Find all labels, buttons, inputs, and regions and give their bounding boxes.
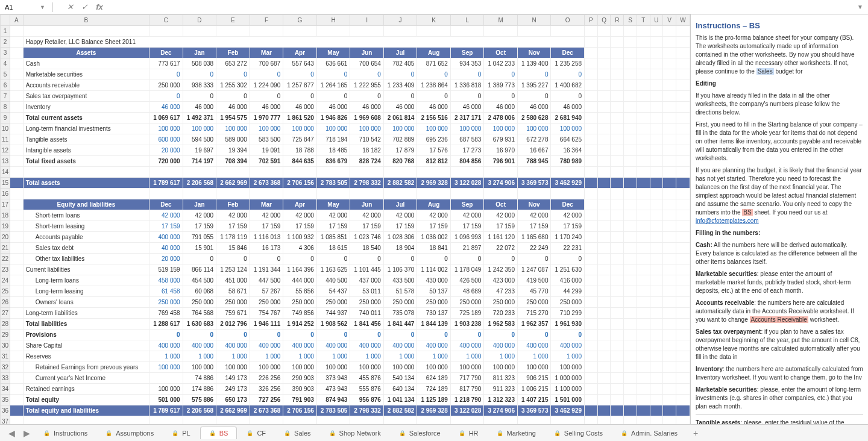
cell[interactable]: 754 767 bbox=[250, 308, 283, 319]
cell[interactable] bbox=[637, 395, 650, 405]
cell[interactable]: 1 946 111 bbox=[250, 319, 283, 330]
cell-ref-dropdown-icon[interactable]: ▼ bbox=[40, 4, 45, 10]
cell[interactable]: 100 000 bbox=[283, 362, 317, 373]
cell[interactable] bbox=[585, 113, 598, 124]
cell[interactable]: 250 000 bbox=[250, 297, 283, 308]
row-header[interactable]: 10 bbox=[1, 124, 10, 134]
cell[interactable]: 583 500 bbox=[250, 134, 283, 145]
cell[interactable] bbox=[663, 26, 676, 37]
row-header[interactable]: 31 bbox=[1, 351, 10, 362]
cell[interactable]: 0 bbox=[183, 91, 216, 102]
cell[interactable] bbox=[10, 189, 23, 199]
cell[interactable]: 250 000 bbox=[183, 297, 216, 308]
cell[interactable] bbox=[611, 254, 624, 264]
cell[interactable] bbox=[149, 416, 183, 425]
cell[interactable] bbox=[676, 362, 690, 373]
col-header[interactable]: L bbox=[450, 15, 484, 26]
cell[interactable] bbox=[316, 416, 350, 425]
cell[interactable]: 250 000 bbox=[283, 297, 317, 308]
cell[interactable] bbox=[663, 340, 676, 351]
cell[interactable] bbox=[650, 145, 663, 156]
cell[interactable] bbox=[23, 167, 149, 178]
cell[interactable] bbox=[663, 232, 676, 243]
cell[interactable] bbox=[637, 124, 650, 134]
cell[interactable] bbox=[597, 124, 611, 134]
cell[interactable]: 42 000 bbox=[450, 210, 484, 221]
cell[interactable] bbox=[183, 167, 216, 178]
cell[interactable]: 400 000 bbox=[450, 340, 484, 351]
cell[interactable] bbox=[676, 232, 690, 243]
cell[interactable]: 0 bbox=[383, 69, 417, 80]
sheet-tab-marketing[interactable]: 🔒Marketing bbox=[488, 427, 544, 439]
col-header[interactable]: S bbox=[624, 15, 637, 26]
cell[interactable]: 0 bbox=[484, 69, 518, 80]
cell[interactable] bbox=[611, 405, 624, 416]
cell[interactable]: 1 954 575 bbox=[216, 113, 250, 124]
cell[interactable] bbox=[624, 124, 637, 134]
cell[interactable] bbox=[597, 210, 611, 221]
cell[interactable]: 727 256 bbox=[250, 395, 283, 405]
cell[interactable]: 2 662 969 bbox=[216, 405, 250, 416]
cell[interactable]: 1 000 bbox=[149, 351, 183, 362]
cell[interactable]: 100 000 bbox=[149, 124, 183, 134]
cell[interactable]: 0 bbox=[450, 330, 484, 340]
sheet-tab-shop-network[interactable]: 🔒Shop Network bbox=[321, 427, 389, 439]
cell[interactable] bbox=[637, 102, 650, 113]
cell[interactable]: 0 bbox=[149, 330, 183, 340]
cell[interactable] bbox=[597, 254, 611, 264]
cell[interactable] bbox=[585, 69, 598, 80]
cell[interactable]: 1 946 826 bbox=[316, 113, 350, 124]
cell[interactable]: 42 000 bbox=[417, 210, 451, 221]
cell[interactable]: 1 395 227 bbox=[517, 80, 551, 91]
cell[interactable]: 0 bbox=[551, 254, 585, 264]
cell[interactable] bbox=[597, 373, 611, 384]
cell[interactable] bbox=[611, 189, 624, 199]
cell[interactable] bbox=[624, 264, 637, 275]
cell[interactable]: 400 000 bbox=[417, 340, 451, 351]
cell[interactable] bbox=[283, 26, 317, 37]
cell[interactable]: 250 000 bbox=[216, 297, 250, 308]
cell[interactable]: 149 173 bbox=[216, 373, 250, 384]
cell[interactable] bbox=[597, 189, 611, 199]
cell[interactable] bbox=[637, 210, 650, 221]
cell[interactable] bbox=[585, 330, 598, 340]
cell[interactable]: 1 218 790 bbox=[450, 395, 484, 405]
cell[interactable]: 19 394 bbox=[216, 145, 250, 156]
cell[interactable] bbox=[637, 69, 650, 80]
cell[interactable]: 0 bbox=[250, 254, 283, 264]
cell[interactable]: 100 000 bbox=[183, 124, 216, 134]
cell[interactable] bbox=[585, 156, 598, 167]
cell[interactable] bbox=[650, 124, 663, 134]
cell[interactable]: 48 689 bbox=[450, 286, 484, 297]
cell[interactable] bbox=[597, 264, 611, 275]
cell[interactable]: 2 969 328 bbox=[417, 178, 451, 189]
cell[interactable]: 18 841 bbox=[417, 243, 451, 254]
cell[interactable] bbox=[663, 395, 676, 405]
cell[interactable] bbox=[597, 102, 611, 113]
cell[interactable] bbox=[650, 405, 663, 416]
cell[interactable]: 866 114 bbox=[183, 264, 216, 275]
cell[interactable]: 42 000 bbox=[316, 210, 350, 221]
cell[interactable]: 1 100 932 bbox=[283, 232, 317, 243]
cell[interactable] bbox=[597, 330, 611, 340]
cell[interactable]: 17 159 bbox=[450, 221, 484, 232]
cell[interactable]: 46 000 bbox=[450, 102, 484, 113]
cell[interactable] bbox=[624, 113, 637, 124]
cell[interactable]: 717 790 bbox=[450, 373, 484, 384]
cell[interactable] bbox=[676, 58, 690, 69]
cell[interactable] bbox=[624, 297, 637, 308]
cell[interactable]: 1 036 002 bbox=[417, 232, 451, 243]
row-header[interactable]: 25 bbox=[1, 286, 10, 297]
cell[interactable]: 100 000 bbox=[149, 384, 183, 395]
cell[interactable]: 100 000 bbox=[551, 362, 585, 373]
cell[interactable] bbox=[637, 340, 650, 351]
cell[interactable]: 22 072 bbox=[484, 243, 518, 254]
cell[interactable]: 46 000 bbox=[149, 102, 183, 113]
cell[interactable] bbox=[149, 189, 183, 199]
col-header[interactable]: H bbox=[316, 15, 350, 26]
cell[interactable] bbox=[611, 210, 624, 221]
cell[interactable] bbox=[611, 373, 624, 384]
cell[interactable]: 100 000 bbox=[383, 362, 417, 373]
cell[interactable]: 1 312 323 bbox=[484, 395, 518, 405]
cell[interactable] bbox=[283, 189, 317, 199]
